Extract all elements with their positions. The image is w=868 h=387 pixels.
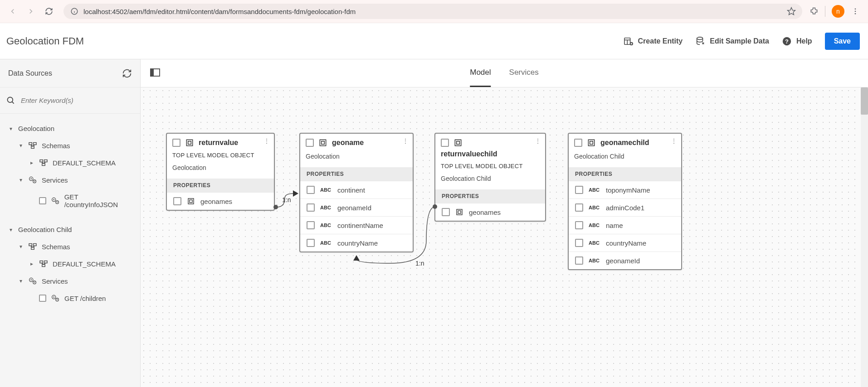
property-type: ABC <box>589 205 600 210</box>
entity-menu-icon[interactable]: ⋮ <box>402 137 409 145</box>
svg-rect-57 <box>186 140 192 145</box>
property-row[interactable]: ABCtoponymName <box>569 181 681 198</box>
edit-sample-data-button[interactable]: Edit Sample Data <box>695 36 769 46</box>
tree-schemas[interactable]: ▾Schemas <box>0 238 140 255</box>
property-row[interactable]: ABCgeonameId <box>569 252 681 269</box>
entity-source: Geolocation Child <box>574 153 676 160</box>
entity-returnvalue[interactable]: returnvalue ⋮ TOP LEVEL MODEL OBJECT Geo… <box>166 133 275 211</box>
checkbox[interactable] <box>306 139 314 147</box>
tab-model[interactable]: Model <box>470 59 491 87</box>
search-input[interactable] <box>21 97 134 104</box>
checkbox[interactable] <box>575 186 583 194</box>
property-row[interactable]: ABCcountryName <box>569 234 681 252</box>
property-name: countryName <box>606 239 646 247</box>
object-icon <box>318 138 327 147</box>
property-row[interactable]: geonames <box>167 192 274 210</box>
database-icon <box>695 36 705 46</box>
divider <box>825 6 825 17</box>
tree-source[interactable]: ▾Geolocation <box>0 120 140 137</box>
property-row[interactable]: geonames <box>435 203 545 221</box>
refresh-icon[interactable] <box>122 68 132 78</box>
object-type-icon <box>187 197 195 205</box>
svg-rect-19 <box>34 143 36 145</box>
back-button[interactable] <box>5 4 20 19</box>
entity-source: Geolocation Child <box>441 175 540 182</box>
tree-schemas[interactable]: ▾Schemas <box>0 137 140 154</box>
relation-label: 1:n <box>415 260 424 267</box>
schema-icon <box>28 141 37 150</box>
chevron-down-icon: ▾ <box>8 227 14 233</box>
entity-menu-icon[interactable]: ⋮ <box>263 137 270 145</box>
save-button[interactable]: Save <box>825 33 860 50</box>
create-entity-button[interactable]: Create Entity <box>624 36 683 46</box>
schema-icon <box>28 242 37 251</box>
svg-point-29 <box>31 178 32 179</box>
checkbox[interactable] <box>39 295 46 302</box>
create-entity-icon <box>624 36 634 46</box>
object-icon <box>587 138 596 147</box>
search-icon <box>6 96 15 105</box>
panel-toggle-icon[interactable] <box>150 68 161 79</box>
scrollbar[interactable] <box>861 87 868 387</box>
property-type: ABC <box>320 240 332 246</box>
address-bar[interactable] <box>63 4 802 19</box>
checkbox[interactable] <box>575 256 583 265</box>
model-canvas[interactable]: returnvalue ⋮ TOP LEVEL MODEL OBJECT Geo… <box>141 87 868 387</box>
connector-line <box>354 204 438 268</box>
checkbox[interactable] <box>575 203 583 212</box>
checkbox[interactable] <box>39 197 46 204</box>
tree-services[interactable]: ▾Services <box>0 272 140 290</box>
entity-menu-icon[interactable]: ⋮ <box>535 137 541 145</box>
property-name: name <box>606 222 623 229</box>
tree-services[interactable]: ▾Services <box>0 171 140 189</box>
checkbox[interactable] <box>307 221 315 229</box>
site-info-icon[interactable] <box>70 7 79 16</box>
svg-marker-3 <box>788 8 795 15</box>
tree-default-schema[interactable]: ▸DEFAULT_SCHEMA <box>0 255 140 272</box>
checkbox[interactable] <box>575 239 583 247</box>
svg-rect-23 <box>40 160 43 162</box>
canvas-toolbar: Model Services <box>141 59 868 87</box>
checkbox[interactable] <box>172 139 180 147</box>
schema-icon <box>39 159 48 167</box>
relation-label: 1:n <box>282 196 291 203</box>
entity-geonamechild[interactable]: geonamechild ⋮ Geolocation Child PROPERT… <box>568 133 682 270</box>
checkbox[interactable] <box>574 139 582 147</box>
profile-avatar[interactable]: n <box>832 5 844 18</box>
tree-service-item[interactable]: GET /countryInfoJSON <box>0 189 140 213</box>
checkbox[interactable] <box>441 139 449 147</box>
properties-header: PROPERTIES <box>167 179 274 192</box>
tree-service-item[interactable]: GET /children <box>0 290 140 307</box>
checkbox[interactable] <box>575 221 583 229</box>
bookmark-star-icon[interactable] <box>787 7 796 16</box>
property-type: ABC <box>589 240 600 246</box>
checkbox[interactable] <box>442 208 450 216</box>
checkbox[interactable] <box>173 197 181 205</box>
tree-label: Services <box>42 277 68 285</box>
forward-button[interactable] <box>24 4 38 19</box>
tree-default-schema[interactable]: ▸DEFAULT_SCHEMA <box>0 154 140 171</box>
reload-button[interactable] <box>42 4 56 19</box>
url-input[interactable] <box>83 8 782 15</box>
svg-rect-41 <box>40 261 43 263</box>
property-row[interactable]: ABCadminCode1 <box>569 198 681 216</box>
svg-rect-43 <box>42 265 45 267</box>
svg-point-35 <box>57 202 58 203</box>
svg-rect-36 <box>29 244 32 246</box>
tree-label: GET /countryInfoJSON <box>64 193 132 208</box>
property-row[interactable]: ABCcontinent <box>300 181 413 198</box>
checkbox[interactable] <box>307 239 315 247</box>
chevron-down-icon: ▾ <box>8 126 14 132</box>
tab-services[interactable]: Services <box>509 59 539 87</box>
entity-returnvaluechild[interactable]: returnvaluechild ⋮ TOP LEVEL MODEL OBJEC… <box>434 133 546 222</box>
checkbox[interactable] <box>307 186 315 194</box>
entity-title: returnvaluechild <box>441 150 540 158</box>
extensions-icon[interactable] <box>809 7 819 16</box>
checkbox[interactable] <box>307 203 315 212</box>
browser-menu-button[interactable] <box>848 4 863 19</box>
tree-source[interactable]: ▾Geolocation Child <box>0 221 140 238</box>
entity-menu-icon[interactable]: ⋮ <box>671 137 678 145</box>
help-button[interactable]: ? Help <box>782 36 812 46</box>
scrollbar-thumb[interactable] <box>861 87 868 115</box>
property-row[interactable]: ABCname <box>569 216 681 234</box>
